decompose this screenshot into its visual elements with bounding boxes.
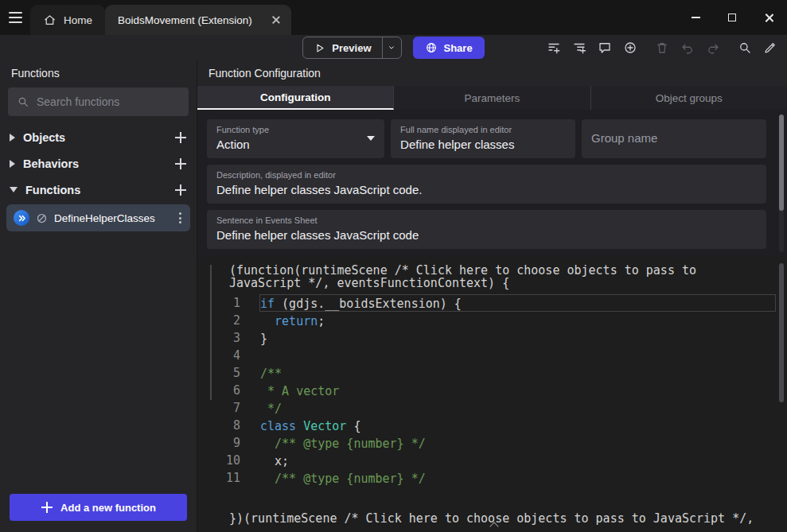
sentence-field[interactable]: Sentence in Events Sheet Define helper c… (207, 210, 766, 249)
close-window-button[interactable] (750, 0, 787, 35)
search-functions-input[interactable] (37, 95, 181, 108)
add-object-icon[interactable] (174, 131, 187, 144)
line-code[interactable]: x; (259, 452, 776, 469)
tab-configuration[interactable]: Configuration (197, 86, 394, 110)
line-code[interactable] (259, 347, 776, 364)
editor-scrollbar[interactable] (779, 263, 784, 502)
share-button-label: Share (444, 42, 473, 54)
home-icon (43, 14, 56, 27)
add-comment-button[interactable] (594, 37, 615, 58)
play-icon (314, 42, 325, 54)
line-number: 7 (197, 401, 259, 415)
choose-event-button[interactable] (620, 37, 641, 58)
code-lines[interactable]: 1if (gdjs.__boidsExtension) {2 return;3}… (197, 294, 787, 487)
tab-object-groups[interactable]: Object groups (591, 86, 787, 110)
globe-icon (425, 41, 438, 54)
redo-button[interactable] (703, 37, 723, 58)
tab-parameters[interactable]: Parameters (394, 86, 590, 110)
panel-resize-handle[interactable] (210, 265, 212, 400)
search-events-button[interactable] (734, 37, 755, 58)
tree-section-functions[interactable]: Functions (0, 177, 197, 203)
line-code[interactable]: * A vector (259, 382, 776, 399)
line-code[interactable]: } (259, 329, 776, 347)
function-item-menu-icon[interactable] (177, 209, 183, 226)
functions-sidebar: Functions Objects Behaviors Fun (0, 60, 197, 532)
line-code[interactable]: class Vector { (259, 417, 776, 434)
editor-scrollbar-thumb[interactable] (779, 263, 784, 402)
close-icon (764, 13, 774, 23)
close-tab-icon[interactable] (271, 14, 282, 25)
chevron-down-icon (10, 187, 18, 192)
functions-tree: Objects Behaviors Functions (0, 124, 197, 233)
search-icon (738, 41, 752, 55)
line-code[interactable]: /** @type {number} */ (259, 434, 776, 452)
brush-icon (763, 41, 777, 55)
share-button[interactable]: Share (413, 37, 485, 59)
line-number: 2 (197, 313, 259, 328)
form-scrollbar-thumb[interactable] (779, 115, 784, 211)
minimize-button[interactable] (677, 0, 714, 35)
code-header-line[interactable]: JavaScript */, eventsFunctionContext) { (229, 277, 776, 289)
code-line[interactable]: 6 * A vector (197, 382, 787, 399)
preview-button-main[interactable]: Preview (303, 37, 381, 58)
toolbar: Preview Share (0, 35, 787, 60)
code-line[interactable]: 2 return; (197, 312, 787, 329)
line-code[interactable]: return; (259, 312, 776, 329)
javascript-code-editor[interactable]: (function(runtimeScene /* Click here to … (197, 257, 787, 532)
search-icon (17, 95, 29, 108)
code-line[interactable]: 8class Vector { (197, 417, 787, 434)
delete-button[interactable] (652, 37, 672, 58)
tab-project[interactable]: BoidsMovement (Extension) (105, 5, 291, 35)
maximize-button[interactable] (714, 0, 750, 35)
undo-button[interactable] (677, 37, 698, 58)
full-name-field[interactable]: Full name displayed in editor Define hel… (391, 119, 575, 158)
preview-button[interactable]: Preview (302, 37, 401, 59)
section-label-functions: Functions (25, 184, 166, 196)
add-event-button[interactable] (543, 37, 564, 58)
hamburger-icon (9, 12, 22, 23)
main-menu-button[interactable] (0, 0, 30, 35)
form-scrollbar[interactable] (779, 115, 784, 252)
function-item-selected[interactable]: DefineHelperClasses (6, 204, 190, 231)
add-subevent-icon (572, 41, 586, 55)
code-header[interactable]: (function(runtimeScene /* Click here to … (197, 264, 787, 289)
undo-icon (680, 41, 695, 55)
trash-icon (655, 41, 669, 55)
add-behavior-icon[interactable] (174, 157, 187, 170)
line-number: 5 (197, 366, 259, 380)
add-function-icon[interactable] (174, 184, 187, 196)
function-type-select[interactable]: Function type Action (207, 119, 384, 158)
line-number: 6 (197, 383, 259, 398)
redo-icon (706, 41, 720, 55)
tree-section-behaviors[interactable]: Behaviors (0, 150, 197, 177)
code-line[interactable]: 4 (197, 347, 787, 364)
code-line[interactable]: 10 x; (197, 452, 787, 469)
code-header-line[interactable]: (function(runtimeScene /* Click here to … (229, 264, 776, 277)
code-line[interactable]: 7 */ (197, 399, 787, 417)
edit-appearance-button[interactable] (760, 37, 781, 58)
tab-home[interactable]: Home (30, 5, 105, 35)
description-field[interactable]: Description, displayed in editor Define … (207, 165, 766, 204)
code-line[interactable]: 11 /** @type {number} */ (197, 469, 787, 487)
code-line[interactable]: 1if (gdjs.__boidsExtension) { (197, 294, 787, 312)
code-line[interactable]: 3} (197, 329, 787, 347)
code-footer-line[interactable]: })(runtimeScene /* Click here to choose … (229, 512, 776, 525)
add-new-function-button[interactable]: Add a new function (10, 494, 187, 521)
chevron-down-icon (367, 136, 375, 145)
line-code[interactable]: /** (259, 364, 776, 382)
group-name-field[interactable]: Group name (582, 119, 766, 158)
preview-options-button[interactable] (382, 37, 401, 58)
add-subevent-button[interactable] (569, 37, 590, 58)
add-circle-icon (623, 41, 637, 55)
code-line[interactable]: 9 /** @type {number} */ (197, 434, 787, 452)
line-code[interactable]: */ (259, 399, 776, 417)
code-line[interactable]: 5/** (197, 364, 787, 382)
tree-section-objects[interactable]: Objects (0, 124, 197, 150)
minimize-icon (692, 17, 700, 18)
line-code[interactable]: if (gdjs.__boidsExtension) { (259, 294, 776, 312)
line-code[interactable]: /** @type {number} */ (259, 469, 776, 487)
description-value: Define helper classes JavaScript code. (216, 182, 757, 198)
line-number: 1 (197, 296, 259, 310)
add-event-icon (547, 41, 561, 55)
search-functions-box[interactable] (8, 87, 189, 116)
